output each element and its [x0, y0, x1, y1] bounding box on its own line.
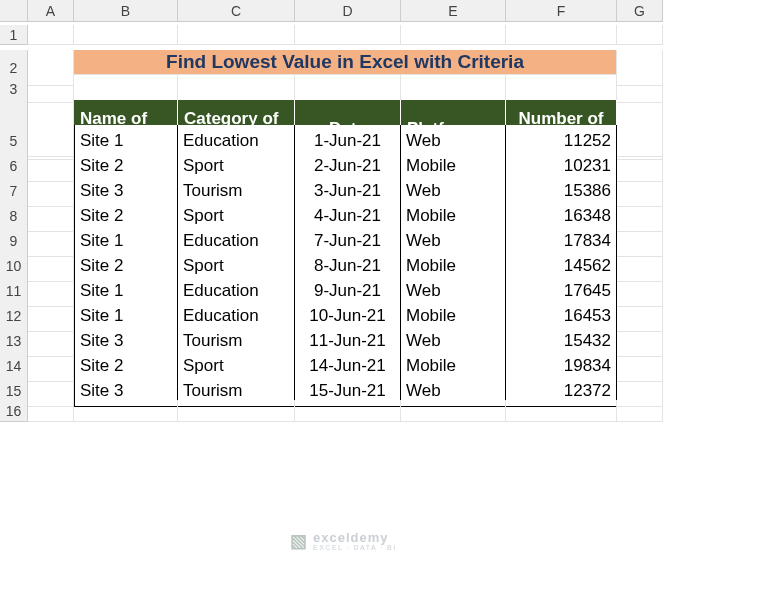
cell[interactable]: [178, 400, 295, 422]
cell[interactable]: [178, 25, 295, 45]
cell[interactable]: [506, 25, 617, 45]
col-header-C[interactable]: C: [178, 0, 295, 22]
spreadsheet-grid: ABCDEFG12Find Lowest Value in Excel with…: [0, 0, 767, 425]
cell[interactable]: [295, 25, 401, 45]
cell[interactable]: [295, 75, 401, 103]
cell[interactable]: [617, 25, 663, 45]
cell[interactable]: [506, 400, 617, 422]
cell[interactable]: [74, 400, 178, 422]
row-header-3[interactable]: 3: [0, 75, 28, 103]
cell[interactable]: [617, 400, 663, 422]
col-header-F[interactable]: F: [506, 0, 617, 22]
cell[interactable]: [178, 75, 295, 103]
select-all-corner[interactable]: [0, 0, 28, 22]
cell[interactable]: [617, 75, 663, 103]
cell[interactable]: [28, 75, 74, 103]
cell[interactable]: [28, 25, 74, 45]
col-header-B[interactable]: B: [74, 0, 178, 22]
col-header-E[interactable]: E: [401, 0, 506, 22]
cell[interactable]: [74, 75, 178, 103]
col-header-D[interactable]: D: [295, 0, 401, 22]
cell[interactable]: [74, 25, 178, 45]
watermark-tag: EXCEL · DATA · BI: [313, 544, 397, 551]
row-header-1[interactable]: 1: [0, 25, 28, 45]
watermark: ▧ exceldemy EXCEL · DATA · BI: [290, 530, 397, 552]
watermark-logo-icon: ▧: [290, 530, 307, 552]
cell[interactable]: [401, 75, 506, 103]
col-header-G[interactable]: G: [617, 0, 663, 22]
cell[interactable]: [506, 75, 617, 103]
row-header-16[interactable]: 16: [0, 400, 28, 422]
cell[interactable]: [401, 25, 506, 45]
page-title: Find Lowest Value in Excel with Criteria: [74, 50, 617, 75]
watermark-brand: exceldemy: [313, 531, 397, 544]
cell[interactable]: [28, 400, 74, 422]
cell[interactable]: [295, 400, 401, 422]
col-header-A[interactable]: A: [28, 0, 74, 22]
cell[interactable]: [401, 400, 506, 422]
